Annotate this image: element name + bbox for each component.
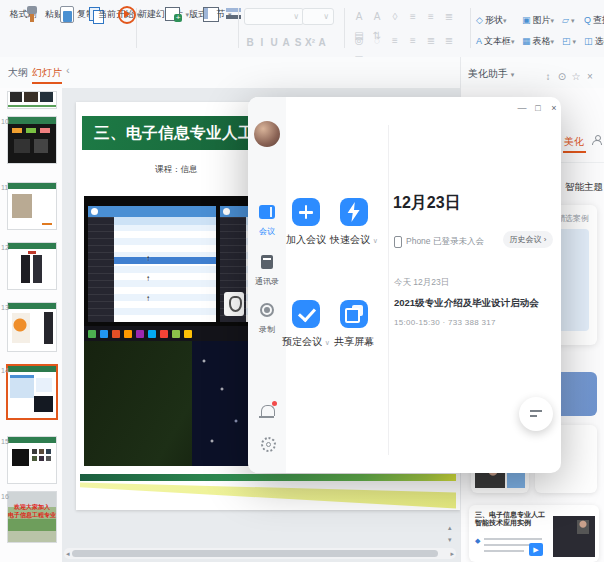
- tab-outline[interactable]: 大纲: [8, 66, 28, 80]
- settings-gear-icon[interactable]: [261, 437, 276, 452]
- account-icon[interactable]: [592, 135, 602, 145]
- format-button[interactable]: X²: [304, 37, 316, 48]
- smart-theme-label[interactable]: 智能主题: [565, 181, 603, 194]
- notification-bell-icon[interactable]: [261, 405, 275, 416]
- format-button[interactable]: U: [268, 37, 280, 48]
- preview-play-button[interactable]: ▶: [529, 543, 543, 556]
- slide-thumbnail-panel: 10 11 12 13 14 15 16 欢迎大家加入 电子信息工程专业: [0, 88, 63, 562]
- insert-tool-button[interactable]: ▦表格▾: [522, 30, 562, 48]
- slide-thumbnail-selected[interactable]: 14: [8, 366, 56, 418]
- slide-thumbnail[interactable]: 10: [8, 117, 56, 163]
- slide-screenshot-image: ↑ ↑ ↑: [84, 196, 250, 466]
- slide-thumbnail[interactable]: 15: [8, 437, 56, 483]
- copy-button[interactable]: 复制: [74, 5, 98, 21]
- minimize-button[interactable]: —: [515, 103, 529, 113]
- contacts-icon: [261, 255, 273, 269]
- insert-tool-button[interactable]: ◫选择▾: [584, 30, 604, 48]
- slide-thumbnail[interactable]: 11: [8, 183, 56, 229]
- paragraph-tool-icon[interactable]: ◌: [368, 33, 386, 49]
- maximize-button[interactable]: □: [531, 103, 545, 113]
- chevron-down-icon: ▾: [551, 17, 555, 24]
- close-button[interactable]: ×: [547, 103, 561, 113]
- slide-number: 15: [1, 438, 9, 445]
- screenshot-wallpaper: [192, 341, 250, 466]
- scroll-left-icon[interactable]: ◂: [66, 550, 70, 558]
- meeting-time-and-id: 15:00-15:30 · 733 388 317: [394, 318, 496, 327]
- insert-tool-icon: ▱: [562, 15, 569, 25]
- slide-number: 12: [1, 244, 9, 251]
- panel-tab-beautify[interactable]: 美化: [564, 135, 584, 149]
- insert-tool-button[interactable]: ◰▾: [562, 30, 584, 48]
- insert-tool-button[interactable]: A文本框▾: [476, 30, 522, 48]
- paragraph-tool-icon[interactable]: ≡: [386, 33, 404, 49]
- insert-tool-button[interactable]: ▱▾: [562, 9, 584, 27]
- insert-tool-icon: ◇: [476, 15, 483, 25]
- panel-header-icon[interactable]: ×: [583, 71, 597, 82]
- scroll-right-icon[interactable]: ▸: [450, 550, 454, 558]
- paragraph-tool-icon[interactable]: ≡: [422, 9, 440, 25]
- panel-header-icon[interactable]: ☆: [569, 71, 583, 82]
- insert-tool-button[interactable]: Q查找▾: [584, 9, 604, 27]
- ribbon-toolbar: 格式刷 粘贴 ▾ 复制 当前开始 ▾ + 新建幻灯片 ▾ 版式 ▾ 节 ▾ ∨: [0, 0, 604, 58]
- format-button[interactable]: A: [316, 37, 328, 48]
- next-slide-icon[interactable]: ▾: [448, 536, 452, 544]
- font-format-buttons: BIUASX²A: [244, 32, 340, 50]
- horizontal-scrollbar[interactable]: ◂ ▸: [64, 548, 456, 559]
- scrollbar-thumb[interactable]: [72, 550, 438, 557]
- beautify-panel-header: 美化助手 ▾ ↕⊙☆×: [461, 57, 604, 88]
- format-button[interactable]: B: [244, 37, 256, 48]
- insert-tool-button[interactable]: ◇形状▾: [476, 9, 522, 27]
- history-meetings-button[interactable]: 历史会议 ›: [503, 231, 553, 248]
- meeting-icon: [259, 205, 275, 219]
- new-slide-button[interactable]: + 新建幻灯片 ▾: [138, 5, 188, 21]
- screenshot-window-table: [114, 217, 216, 322]
- format-button[interactable]: S: [292, 37, 304, 48]
- share-screen-label: 共享屏幕: [319, 335, 389, 349]
- view-tab-row: 大纲 幻灯片 ‹: [0, 57, 460, 88]
- avatar[interactable]: [254, 121, 280, 147]
- collapse-panel-icon[interactable]: ‹: [66, 64, 70, 76]
- play-from-current-button[interactable]: 当前开始 ▾: [98, 5, 134, 21]
- paragraph-tool-icon[interactable]: ◎: [350, 33, 368, 49]
- share-screen-button[interactable]: [340, 300, 368, 328]
- previous-slide-icon[interactable]: ▴: [448, 524, 452, 532]
- paragraph-tool-icon[interactable]: ≡: [404, 9, 422, 25]
- section-button[interactable]: 节 ▾: [214, 5, 234, 21]
- slide-thumbnail[interactable]: 13: [8, 303, 56, 351]
- format-button[interactable]: A: [280, 37, 292, 48]
- sidebar-item-recording[interactable]: 录制: [248, 303, 286, 335]
- chevron-down-icon: ∨: [373, 237, 378, 244]
- font-family-select[interactable]: ∨: [244, 8, 304, 25]
- paragraph-tool-icon[interactable]: ≣: [440, 33, 458, 49]
- feedback-button[interactable]: [519, 397, 553, 431]
- schedule-meeting-button[interactable]: [292, 300, 320, 328]
- slide-preview-card[interactable]: 三、电子信息专业人工智能技术应用实例 ◆ ▶: [469, 505, 599, 562]
- paragraph-tool-icon[interactable]: ≣: [422, 33, 440, 49]
- paragraph-tool-icon[interactable]: A: [350, 9, 368, 25]
- format-painter-button[interactable]: 格式刷: [6, 5, 40, 21]
- slide-number: 11: [1, 184, 8, 191]
- panel-header-icon[interactable]: ↕: [541, 71, 555, 82]
- tab-slides[interactable]: 幻灯片: [32, 66, 62, 80]
- format-button[interactable]: I: [256, 37, 268, 48]
- paste-button[interactable]: 粘贴 ▾: [42, 5, 72, 21]
- panel-header-icon[interactable]: ⊙: [555, 71, 569, 82]
- slide-number: 13: [1, 304, 9, 311]
- sidebar-item-label: 通讯录: [248, 276, 286, 287]
- paragraph-tool-icon[interactable]: A: [368, 9, 386, 25]
- join-meeting-button[interactable]: [292, 198, 320, 226]
- insert-tool-button[interactable]: ▣图片▾: [522, 9, 562, 27]
- layout-button[interactable]: 版式 ▾: [188, 5, 214, 21]
- slide-thumbnail[interactable]: [8, 92, 56, 108]
- slide-thumbnail[interactable]: 16 欢迎大家加入 电子信息工程专业: [8, 492, 56, 542]
- preview-title: 三、电子信息专业人工智能技术应用实例: [475, 511, 547, 527]
- chevron-down-icon: ▾: [511, 71, 515, 78]
- quick-meeting-button[interactable]: [340, 198, 368, 226]
- sidebar-item-contacts[interactable]: 通讯录: [248, 255, 286, 287]
- paragraph-tool-icon[interactable]: ◊: [386, 9, 404, 25]
- meeting-title[interactable]: 2021级专业介绍及毕业设计启动会: [394, 297, 554, 310]
- slide-thumbnail[interactable]: 12: [8, 243, 56, 289]
- paragraph-tool-icon[interactable]: ≡: [404, 33, 422, 49]
- paragraph-tool-icon[interactable]: ≣: [440, 9, 458, 25]
- font-size-select[interactable]: ∨: [302, 8, 334, 25]
